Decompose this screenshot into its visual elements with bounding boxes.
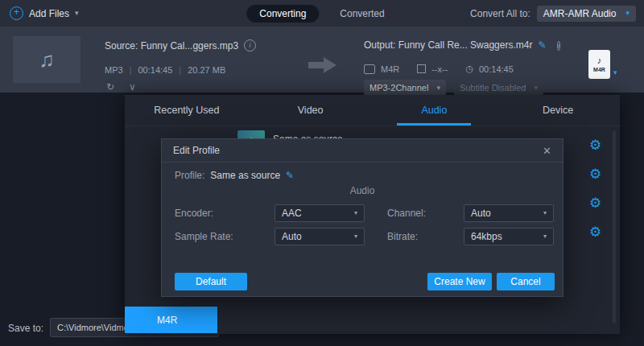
- chevron-down-icon: ▾: [543, 210, 547, 216]
- encoder-select[interactable]: AAC ▾: [275, 204, 365, 222]
- dialog-section-title: Audio: [162, 185, 563, 196]
- channel-value: Auto: [471, 208, 491, 219]
- convert-all-label: Convert All to:: [470, 8, 530, 19]
- tab-converted[interactable]: Converted: [327, 5, 397, 23]
- chevron-down-icon[interactable]: ∨: [129, 81, 136, 93]
- tab-converting[interactable]: Converting: [246, 5, 319, 23]
- edit-icon[interactable]: ✎: [538, 39, 546, 51]
- convert-all-value: AMR-AMR Audio: [543, 8, 617, 19]
- clock-icon: ◷: [465, 64, 473, 74]
- sample-rate-select[interactable]: Auto ▾: [275, 228, 365, 245]
- profile-value: Same as source: [210, 170, 280, 181]
- output-format: M4R: [381, 64, 399, 74]
- format-badge-caret-icon[interactable]: ▾: [613, 68, 617, 76]
- source-filename: Source: Funny Cal...ggers.mp3: [105, 40, 238, 51]
- encoder-value: AAC: [282, 208, 302, 219]
- output-duration: 00:14:45: [479, 64, 514, 74]
- encoder-label: Encoder:: [175, 204, 213, 222]
- tab-recently-used[interactable]: Recently Used: [125, 95, 249, 126]
- chevron-down-icon: ▾: [625, 10, 630, 17]
- gear-icon[interactable]: ⚙: [589, 167, 601, 181]
- output-resolution: --x--: [431, 64, 448, 74]
- audio-channel-dropdown[interactable]: MP3-2Channel ▾: [364, 80, 446, 96]
- subtitle-value: Subtitle Disabled: [460, 83, 526, 93]
- tab-device[interactable]: Device: [496, 95, 620, 126]
- format-item-m4r-selected[interactable]: M4R: [125, 307, 217, 333]
- convert-all-group: Convert All to: AMR-AMR Audio ▾: [470, 0, 636, 27]
- edit-icon[interactable]: ✎: [286, 170, 294, 181]
- separator: |: [130, 65, 132, 75]
- bitrate-select[interactable]: 64kbps ▾: [464, 228, 554, 245]
- gear-icon[interactable]: ⚙: [589, 138, 601, 152]
- convert-all-dropdown[interactable]: AMR-AMR Audio ▾: [537, 6, 636, 22]
- add-files-button[interactable]: + Add Files ▾: [10, 0, 79, 27]
- tab-video[interactable]: Video: [249, 95, 373, 126]
- music-note-icon: ♫: [39, 47, 55, 72]
- format-chip-icon: [364, 64, 375, 74]
- add-icon: +: [10, 6, 23, 20]
- source-title: Source: Funny Cal...ggers.mp3 i: [105, 39, 256, 51]
- chevron-down-icon: ▾: [534, 84, 538, 92]
- rotate-icon[interactable]: ↻: [106, 81, 114, 93]
- format-badge-label: M4R: [593, 67, 605, 72]
- cancel-button[interactable]: Cancel: [497, 273, 555, 290]
- channel-select[interactable]: Auto ▾: [464, 204, 554, 222]
- source-duration: 00:14:45: [138, 65, 172, 75]
- audio-channel-value: MP3-2Channel: [369, 83, 428, 93]
- source-tools: ↻ ∨: [106, 81, 136, 93]
- bitrate-label: Bitrate:: [387, 228, 418, 245]
- resolution-icon: [417, 64, 426, 73]
- file-row: ♫ Source: Funny Cal...ggers.mp3 i MP3 | …: [0, 27, 644, 93]
- output-meta: M4R --x-- ◷ 00:14:45: [364, 64, 514, 74]
- default-button[interactable]: Default: [175, 273, 247, 290]
- chevron-down-icon: ▾: [354, 233, 357, 240]
- top-bar: + Add Files ▾ Converting Converted Conve…: [0, 0, 644, 27]
- chevron-down-icon: ▾: [436, 84, 440, 92]
- subtitle-dropdown[interactable]: Subtitle Disabled ▾: [454, 80, 543, 96]
- output-format-badge[interactable]: ♪ M4R: [588, 50, 610, 79]
- bitrate-value: 64kbps: [471, 231, 502, 242]
- scrollbar[interactable]: [613, 130, 616, 323]
- output-filename: Output: Funny Call Re... Swaggers.m4r: [364, 39, 532, 51]
- app-window: + Add Files ▾ Converting Converted Conve…: [0, 0, 644, 346]
- sample-rate-label: Sample Rate:: [175, 228, 233, 245]
- edit-profile-dialog: Edit Profile ✕ Profile: Same as source ✎…: [161, 138, 564, 297]
- source-meta: MP3 | 00:14:45 | 20.27 MB: [105, 65, 225, 75]
- convert-arrow-icon: [308, 57, 337, 73]
- file-thumbnail: ♫: [13, 36, 80, 83]
- info-icon[interactable]: i: [244, 39, 256, 51]
- create-new-button[interactable]: Create New: [427, 273, 492, 290]
- output-selects: MP3-2Channel ▾ Subtitle Disabled ▾: [364, 80, 543, 96]
- gear-icon[interactable]: ⚙: [589, 225, 601, 239]
- gear-icon[interactable]: ⚙: [589, 196, 601, 210]
- main-tabs: Converting Converted: [246, 0, 397, 27]
- chevron-down-icon: ▾: [75, 10, 79, 17]
- source-size: 20.27 MB: [188, 65, 225, 75]
- channel-label: Channel:: [387, 204, 426, 222]
- tab-audio[interactable]: Audio: [373, 95, 497, 126]
- music-note-icon: ♪: [597, 56, 602, 65]
- add-files-label: Add Files: [29, 8, 69, 19]
- profile-tabs: Recently Used Video Audio Device: [125, 95, 620, 126]
- dialog-title: Edit Profile: [173, 145, 220, 156]
- chevron-down-icon: ▾: [543, 233, 547, 240]
- chevron-down-icon: ▾: [354, 210, 357, 216]
- dialog-header: Edit Profile ✕: [162, 139, 563, 163]
- source-format: MP3: [105, 65, 123, 75]
- close-icon[interactable]: ✕: [543, 145, 551, 157]
- dialog-profile-row: Profile: Same as source ✎: [175, 170, 294, 181]
- output-title: Output: Funny Call Re... Swaggers.m4r ✎: [364, 39, 546, 51]
- output-info: i: [557, 39, 560, 51]
- separator: |: [179, 65, 181, 75]
- info-icon[interactable]: i: [557, 41, 560, 51]
- sample-rate-value: Auto: [282, 231, 302, 242]
- save-to-label: Save to:: [8, 323, 43, 334]
- profile-label: Profile:: [175, 170, 204, 181]
